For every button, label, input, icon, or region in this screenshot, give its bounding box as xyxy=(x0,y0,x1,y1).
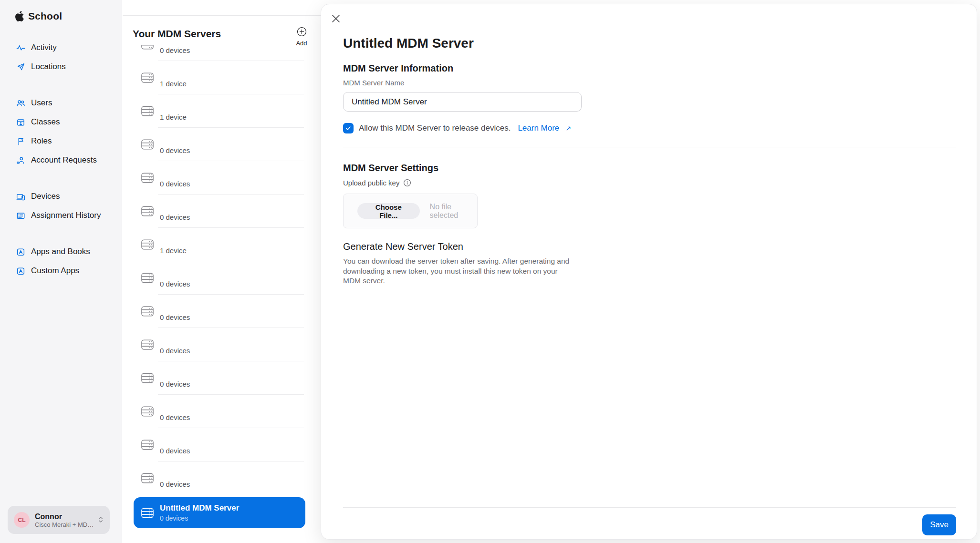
mdm-server-list-panel: Your MDM Servers Add 0 devices 1 device xyxy=(123,0,321,543)
checkmark-icon xyxy=(345,125,352,132)
sidebar-item-label: Activity xyxy=(31,43,57,52)
assignment-history-icon xyxy=(16,211,25,220)
server-list-item[interactable]: 0 devices xyxy=(123,461,321,495)
server-list-item[interactable]: 0 devices xyxy=(123,195,321,228)
server-name xyxy=(160,168,190,179)
sidebar-item-assignment-history[interactable]: Assignment History xyxy=(0,206,122,225)
server-icon xyxy=(141,406,154,417)
server-list-item[interactable]: 0 devices xyxy=(123,428,321,461)
server-list-item[interactable]: 1 device xyxy=(123,94,321,128)
devices-icon xyxy=(16,192,25,201)
sidebar-item-activity[interactable]: Activity xyxy=(0,38,122,57)
locations-icon xyxy=(16,62,25,72)
sidebar-item-label: Devices xyxy=(31,192,60,201)
server-list-item[interactable]: 0 devices xyxy=(123,328,321,361)
server-device-count: 1 device xyxy=(160,79,187,88)
server-list: 0 devices 1 device 1 device xyxy=(123,45,321,543)
settings-section-heading: MDM Server Settings xyxy=(343,163,438,174)
server-list-item[interactable]: 0 devices xyxy=(123,395,321,428)
sheet-title: Untitled MDM Server xyxy=(343,36,474,51)
user-account-switcher[interactable]: CL Connor Cisco Meraki + MDM De… xyxy=(8,506,110,534)
nav-group-people: Users Classes Roles Account Requests xyxy=(0,93,122,170)
server-list-item[interactable]: 1 device xyxy=(123,61,321,94)
server-list-item[interactable]: Untitled MDM Server 0 devices xyxy=(134,497,305,528)
server-icon xyxy=(141,72,154,83)
footer-divider xyxy=(343,507,956,508)
sidebar-item-classes[interactable]: Classes xyxy=(0,113,122,132)
sidebar-item-users[interactable]: Users xyxy=(0,93,122,113)
server-name: Untitled MDM Server xyxy=(160,502,239,514)
sidebar: School Activity Locations Users Classes … xyxy=(0,0,122,543)
server-name xyxy=(160,201,190,213)
server-list-item[interactable]: 0 devices xyxy=(123,361,321,395)
close-icon[interactable] xyxy=(332,14,340,23)
no-file-selected-text: No file selected xyxy=(430,203,477,220)
server-icon xyxy=(141,273,154,283)
server-icon xyxy=(141,173,154,183)
server-icon xyxy=(141,473,154,483)
sidebar-item-label: Classes xyxy=(31,117,60,127)
server-icon xyxy=(141,339,154,350)
server-name xyxy=(160,134,190,146)
server-name xyxy=(160,68,187,79)
file-upload-field: Choose File... No file selected xyxy=(343,194,478,228)
server-list-item[interactable]: 0 devices xyxy=(123,161,321,195)
info-section-heading: MDM Server Information xyxy=(343,63,453,74)
app-logo: School xyxy=(14,10,62,22)
token-section-heading: Generate New Server Token xyxy=(343,241,463,252)
server-name-input[interactable] xyxy=(343,92,582,112)
classes-icon xyxy=(16,118,25,127)
server-list-item[interactable]: 0 devices xyxy=(123,261,321,295)
sidebar-item-label: Custom Apps xyxy=(31,266,79,276)
apple-logo-icon xyxy=(14,11,25,21)
add-server-button[interactable]: Add xyxy=(291,27,312,47)
server-device-count: 0 devices xyxy=(160,179,190,188)
server-icon xyxy=(141,306,154,317)
server-name xyxy=(160,301,190,313)
sidebar-item-apps-and-books[interactable]: Apps and Books xyxy=(0,242,122,261)
server-device-count: 0 devices xyxy=(160,514,239,523)
server-name xyxy=(160,401,190,413)
sidebar-item-roles[interactable]: Roles xyxy=(0,132,122,151)
save-button[interactable]: Save xyxy=(922,514,956,535)
sidebar-item-custom-apps[interactable]: Custom Apps xyxy=(0,261,122,280)
server-device-count: 0 devices xyxy=(160,346,190,355)
server-device-count: 0 devices xyxy=(160,146,190,155)
user-name: Connor xyxy=(35,512,96,521)
info-icon[interactable] xyxy=(403,179,411,187)
nav-group-devices: Devices Assignment History xyxy=(0,187,122,225)
activity-icon xyxy=(16,43,25,52)
server-list-item[interactable]: 0 devices xyxy=(123,295,321,328)
section-divider xyxy=(343,147,956,147)
server-list-item[interactable]: 0 devices xyxy=(123,45,321,61)
server-name xyxy=(160,435,190,446)
sidebar-item-devices[interactable]: Devices xyxy=(0,187,122,206)
sidebar-item-label: Account Requests xyxy=(31,155,97,165)
learn-more-link[interactable]: Learn More xyxy=(518,123,559,133)
server-name xyxy=(160,268,190,279)
server-device-count: 1 device xyxy=(160,113,187,122)
sidebar-item-label: Locations xyxy=(31,62,66,72)
server-icon xyxy=(141,373,154,383)
server-device-count: 0 devices xyxy=(160,213,190,222)
server-name xyxy=(160,368,190,379)
server-list-item[interactable]: 1 device xyxy=(123,228,321,261)
upload-public-key-row: Upload public key xyxy=(343,179,411,187)
server-name xyxy=(160,335,190,346)
sidebar-item-account-requests[interactable]: Account Requests xyxy=(0,151,122,170)
sidebar-item-label: Apps and Books xyxy=(31,247,90,256)
release-devices-checkbox[interactable] xyxy=(343,123,354,133)
apps-icon xyxy=(16,266,25,276)
server-list-item[interactable]: 0 devices xyxy=(123,128,321,161)
upload-public-key-label: Upload public key xyxy=(343,179,399,187)
nav-group-apps: Apps and Books Custom Apps xyxy=(0,242,122,280)
server-device-count: 0 devices xyxy=(160,46,190,55)
choose-file-button[interactable]: Choose File... xyxy=(357,203,420,219)
user-subtitle: Cisco Meraki + MDM De… xyxy=(35,521,96,528)
roles-icon xyxy=(16,137,25,146)
sidebar-item-locations[interactable]: Locations xyxy=(0,57,122,76)
sidebar-item-label: Users xyxy=(31,98,52,108)
server-device-count: 0 devices xyxy=(160,413,190,422)
sidebar-item-label: Assignment History xyxy=(31,211,101,220)
account-requests-icon xyxy=(16,156,25,165)
